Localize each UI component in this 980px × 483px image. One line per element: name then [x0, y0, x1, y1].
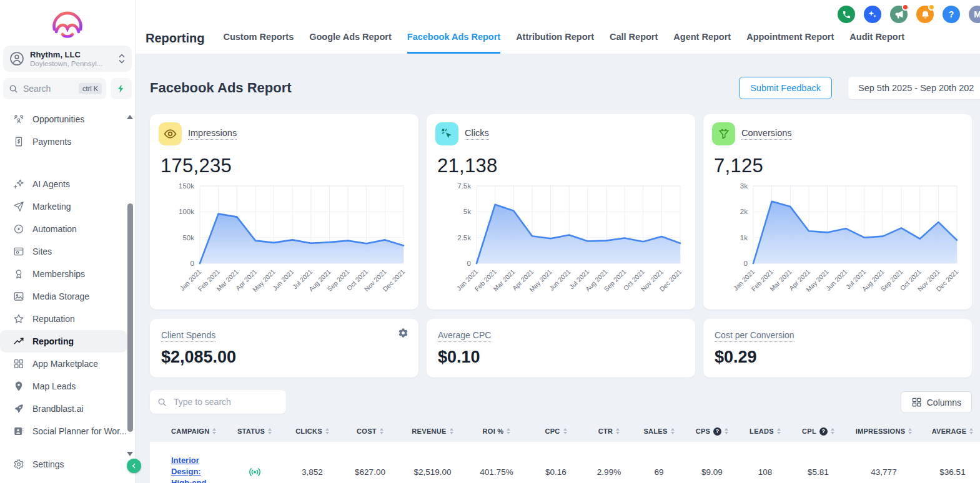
column-header-ctr[interactable]: CTR	[584, 427, 634, 435]
account-location: Doylestown, Pennsyl...	[30, 60, 112, 67]
sort-icon[interactable]	[725, 428, 728, 434]
sidebar-item-automation[interactable]: Automation	[0, 218, 135, 240]
column-header-roi[interactable]: ROI %	[465, 427, 528, 435]
sidebar-item-app-marketplace[interactable]: App Marketplace	[0, 353, 135, 375]
table-body: Interior Design: High-end3,852$627.00$2,…	[150, 442, 980, 483]
sidebar-item-social-planner-for-wor[interactable]: Social Planner for Wor...	[0, 420, 135, 442]
metric-cards-row: Impressions175,235050k100k150kJan 2021Fe…	[150, 114, 980, 310]
chevron-up-down-icon[interactable]	[117, 52, 126, 66]
stat-label[interactable]: Cost per Conversion	[715, 330, 794, 342]
sort-icon[interactable]	[616, 428, 620, 434]
sidebar-item-media-storage[interactable]: Media Storage	[0, 285, 135, 308]
column-header-cost[interactable]: COST	[340, 427, 400, 435]
stat-label[interactable]: Average CPC	[438, 330, 491, 342]
gear-icon[interactable]	[398, 328, 408, 341]
column-header-revenue[interactable]: REVENUE	[400, 427, 465, 435]
tab-attribution-report[interactable]: Attribution Report	[516, 32, 594, 54]
column-header-status[interactable]: STATUS	[225, 427, 284, 435]
table-search[interactable]	[150, 390, 286, 414]
sidebar-search[interactable]: ctrl K	[3, 78, 106, 99]
column-header-leads[interactable]: LEADS	[740, 427, 790, 435]
campaign-link[interactable]: Interior Design: High-end	[171, 455, 217, 483]
date-range-picker[interactable]: Sep 5th 2025 - Sep 20th 202	[848, 77, 980, 99]
column-header-cps[interactable]: CPS?	[684, 427, 740, 436]
sidebar-scroll-down-arrow[interactable]	[127, 452, 133, 456]
stat-label[interactable]: Client Spends	[161, 330, 215, 342]
rhythm-logo-icon	[47, 6, 87, 40]
sort-icon[interactable]	[507, 428, 510, 434]
sidebar-item-brandblast-ai[interactable]: Brandblast.ai	[0, 398, 135, 420]
metric-label[interactable]: Conversions	[741, 128, 792, 140]
user-avatar[interactable]: M	[969, 6, 980, 23]
sort-icon[interactable]	[380, 428, 384, 434]
megaphone-button[interactable]	[890, 6, 908, 23]
metric-label[interactable]: Impressions	[188, 128, 237, 140]
sort-icon[interactable]	[831, 428, 834, 434]
brand-logo	[0, 0, 135, 39]
columns-button[interactable]: Columns	[901, 391, 972, 413]
sidebar-item-label: App Marketplace	[32, 359, 98, 369]
svg-text:2.5k: 2.5k	[457, 234, 471, 242]
sidebar-scroll-up-arrow[interactable]	[127, 115, 133, 119]
sidebar-search-input[interactable]	[22, 83, 75, 94]
sort-icon[interactable]	[908, 428, 912, 434]
sort-icon[interactable]	[450, 428, 453, 434]
column-header-cpc[interactable]: CPC	[528, 427, 584, 435]
help-icon[interactable]: ?	[819, 427, 828, 436]
column-header-average[interactable]: AVERAGE	[921, 427, 980, 435]
sort-icon[interactable]	[969, 428, 973, 434]
stat-cards-row: Client Spends$2,085.00Average CPC$0.10Co…	[150, 319, 980, 378]
sidebar-scrollbar[interactable]	[127, 203, 133, 432]
tab-appointment-report[interactable]: Appointment Report	[746, 32, 834, 54]
metric-label[interactable]: Clicks	[465, 128, 489, 140]
column-header-clicks[interactable]: CLICKS	[284, 427, 340, 435]
submit-feedback-button[interactable]: Submit Feedback	[739, 77, 832, 99]
sidebar-item-map-leads[interactable]: Map Leads	[0, 375, 135, 398]
account-switcher[interactable]: Rhythm, LLC Doylestown, Pennsyl...	[3, 46, 132, 72]
stat-card-client-spends: Client Spends$2,085.00	[150, 319, 418, 378]
column-label: IMPRESSIONS	[856, 427, 906, 435]
stat-card-cost-per-conversion: Cost per Conversion$0.29	[703, 319, 972, 378]
tab-google-ads-report[interactable]: Google Ads Report	[309, 32, 392, 54]
table-search-input[interactable]	[172, 396, 288, 407]
column-header-impressions[interactable]: IMPRESSIONS	[846, 427, 921, 435]
tab-custom-reports[interactable]: Custom Reports	[223, 32, 294, 54]
sort-icon[interactable]	[563, 428, 567, 434]
top-header: ?M Reporting Custom ReportsGoogle Ads Re…	[136, 0, 980, 54]
help-button[interactable]: ?	[943, 6, 960, 23]
bell-button[interactable]	[916, 6, 934, 23]
sort-icon[interactable]	[777, 428, 781, 434]
help-icon[interactable]: ?	[713, 427, 721, 436]
sort-icon[interactable]	[325, 428, 329, 434]
sparkles-button[interactable]	[864, 6, 881, 23]
column-header-sales[interactable]: SALES	[634, 427, 684, 435]
column-header-campaign[interactable]: CAMPAIGN	[150, 427, 225, 435]
sidebar-item-sites[interactable]: Sites	[0, 240, 135, 263]
account-name: Rhythm, LLC	[30, 50, 112, 60]
sidebar-item-opportunities[interactable]: Opportunities	[0, 108, 135, 130]
tab-facebook-ads-report[interactable]: Facebook Ads Report	[407, 32, 500, 54]
metric-chart-wrap: 050k100k150kJan 2021Feb 2021Mar 2021Apr …	[159, 178, 410, 303]
sidebar-item-marketing[interactable]: Marketing	[0, 195, 135, 218]
sidebar-item-ai-agents[interactable]: AI Agents	[0, 173, 135, 195]
columns-icon	[911, 397, 922, 407]
sort-icon[interactable]	[212, 428, 216, 434]
sidebar-item-settings[interactable]: Settings	[0, 453, 135, 476]
sidebar-item-reporting[interactable]: Reporting	[0, 330, 127, 353]
sidebar-item-payments[interactable]: Payments	[0, 130, 135, 153]
tab-audit-report[interactable]: Audit Report	[849, 32, 904, 54]
sort-icon[interactable]	[268, 428, 272, 434]
sort-icon[interactable]	[671, 428, 675, 434]
quick-actions-button[interactable]	[111, 78, 132, 99]
sidebar-item-label: Social Planner for Wor...	[32, 426, 127, 436]
conversions-chart: 01k2k3kJan 2021Feb 2021Mar 2021Apr 2021M…	[712, 178, 963, 301]
phone-button[interactable]	[838, 6, 855, 23]
sidebar-collapse-button[interactable]	[127, 459, 141, 473]
sidebar-item-memberships[interactable]: Memberships	[0, 263, 135, 285]
tab-agent-report[interactable]: Agent Report	[673, 32, 731, 54]
sidebar-item-reputation[interactable]: Reputation	[0, 308, 135, 330]
tab-call-report[interactable]: Call Report	[610, 32, 658, 54]
avatar-initial: M	[974, 9, 980, 19]
column-label: STATUS	[237, 427, 265, 435]
column-header-cpl[interactable]: CPL?	[790, 427, 846, 436]
